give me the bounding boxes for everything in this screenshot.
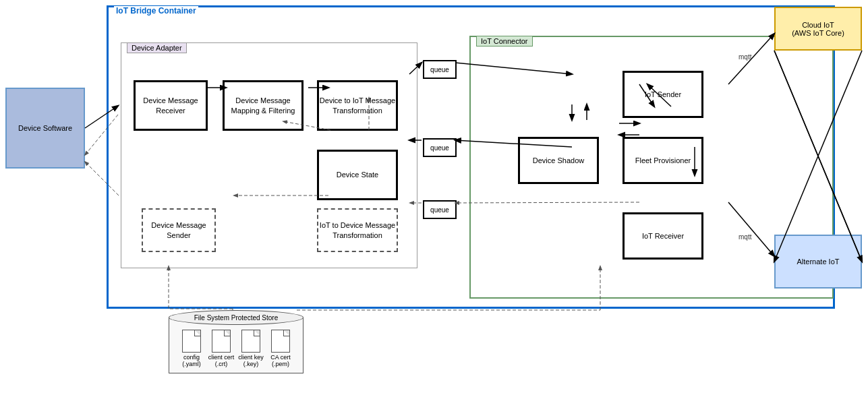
device-to-iot-transformation-box: Device to IoT Message Transformation [317,80,398,131]
device-software-box: Device Software [5,88,85,169]
filesystem: File System Protected Store config (.yam… [158,310,314,377]
iot-receiver-box: IoT Receiver [623,212,703,260]
queue-2-box: queue [423,138,457,157]
iot-bridge-label: IoT Bridge Container [114,6,198,16]
iot-connector-label: IoT Connector [476,36,533,47]
queue-3-box: queue [423,200,457,219]
device-message-mapping-box: Device Message Mapping & Filtering [223,80,303,131]
iot-sender-box: IoT Sender [623,71,703,118]
alternate-iot-box: Alternate IoT [774,235,862,289]
fleet-provisioner-box: Fleet Provisioner [623,137,703,184]
device-adapter-container: Device Adapter Device Message Receiver D… [121,42,417,268]
queue-1-box: queue [423,60,457,79]
device-message-sender-box: Device Message Sender [142,208,216,252]
device-adapter-label: Device Adapter [127,42,187,53]
diagram: IoT Bridge Container Device Adapter Devi… [0,0,868,393]
cloud-iot-box: Cloud IoT (AWS IoT Core) [774,7,862,51]
filesystem-body: config (.yaml) client cert (.crt) client… [169,318,303,373]
client-cert-file: client cert (.crt) [208,330,235,367]
client-key-file: client key (.key) [237,330,264,367]
config-file: config (.yaml) [178,330,205,367]
device-shadow-box: Device Shadow [518,137,599,184]
iot-bridge-container: IoT Bridge Container Device Adapter Devi… [107,5,835,309]
device-state-box: Device State [317,150,398,200]
iot-to-device-transformation-box: IoT to Device Message Transformation [317,208,398,252]
ca-cert-file: CA cert (.pem) [267,330,294,367]
device-message-receiver-box: Device Message Receiver [134,80,208,131]
filesystem-top: File System Protected Store [169,310,303,325]
